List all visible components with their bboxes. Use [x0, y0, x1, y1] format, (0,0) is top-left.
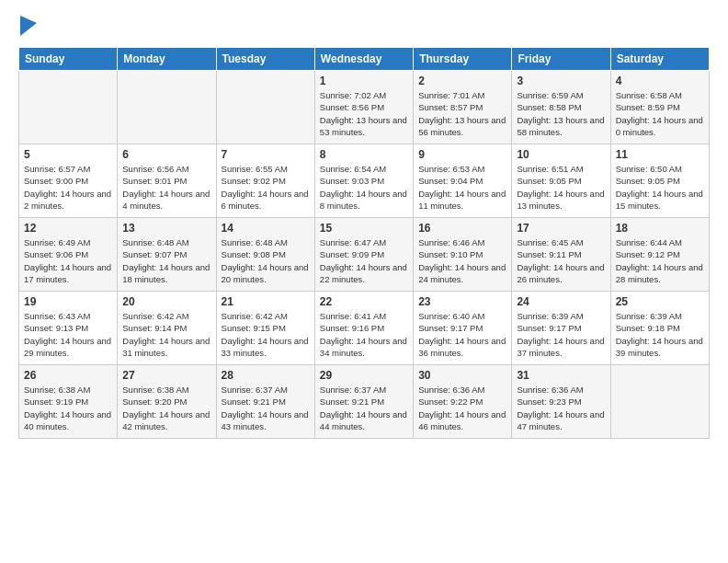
calendar-cell: 6Sunrise: 6:56 AMSunset: 9:01 PMDaylight… [118, 144, 216, 218]
calendar-cell [610, 365, 709, 439]
day-info: Sunrise: 6:57 AMSunset: 9:00 PMDaylight:… [24, 163, 112, 212]
calendar-cell: 24Sunrise: 6:39 AMSunset: 9:17 PMDayligh… [512, 292, 610, 365]
day-info: Sunrise: 6:42 AMSunset: 9:14 PMDaylight:… [122, 310, 210, 359]
day-info: Sunrise: 6:36 AMSunset: 9:22 PMDaylight:… [418, 384, 506, 432]
day-number: 11 [616, 148, 704, 161]
calendar-cell: 15Sunrise: 6:47 AMSunset: 9:09 PMDayligh… [314, 218, 413, 292]
day-info: Sunrise: 6:37 AMSunset: 9:21 PMDaylight:… [222, 384, 310, 432]
calendar-cell: 30Sunrise: 6:36 AMSunset: 9:22 PMDayligh… [414, 365, 512, 439]
day-info: Sunrise: 7:02 AMSunset: 8:56 PMDaylight:… [320, 89, 408, 138]
day-info: Sunrise: 6:50 AMSunset: 9:05 PMDaylight:… [616, 163, 704, 212]
day-info: Sunrise: 6:39 AMSunset: 9:18 PMDaylight:… [616, 310, 704, 359]
day-info: Sunrise: 6:56 AMSunset: 9:01 PMDaylight:… [122, 163, 210, 212]
day-number: 10 [517, 148, 605, 161]
day-info: Sunrise: 6:39 AMSunset: 9:17 PMDaylight:… [517, 310, 605, 359]
day-number: 21 [222, 295, 310, 308]
calendar-table: SundayMondayTuesdayWednesdayThursdayFrid… [18, 47, 710, 439]
day-number: 28 [222, 369, 310, 382]
day-info: Sunrise: 6:59 AMSunset: 8:58 PMDaylight:… [517, 89, 605, 138]
calendar-cell: 23Sunrise: 6:40 AMSunset: 9:17 PMDayligh… [414, 292, 512, 365]
day-info: Sunrise: 6:49 AMSunset: 9:06 PMDaylight:… [24, 236, 112, 285]
day-info: Sunrise: 6:54 AMSunset: 9:03 PMDaylight:… [320, 163, 408, 212]
calendar-cell: 18Sunrise: 6:44 AMSunset: 9:12 PMDayligh… [610, 218, 709, 292]
calendar-page: SundayMondayTuesdayWednesdayThursdayFrid… [0, 0, 728, 563]
calendar-row-2: 12Sunrise: 6:49 AMSunset: 9:06 PMDayligh… [19, 218, 710, 292]
calendar-cell [118, 71, 216, 144]
day-info: Sunrise: 6:48 AMSunset: 9:08 PMDaylight:… [222, 236, 310, 285]
calendar-row-1: 5Sunrise: 6:57 AMSunset: 9:00 PMDaylight… [19, 144, 710, 218]
day-info: Sunrise: 6:51 AMSunset: 9:05 PMDaylight:… [517, 163, 605, 212]
calendar-cell: 25Sunrise: 6:39 AMSunset: 9:18 PMDayligh… [610, 292, 709, 365]
day-number: 26 [24, 369, 112, 382]
weekday-header-sunday: Sunday [19, 48, 118, 71]
calendar-cell: 13Sunrise: 6:48 AMSunset: 9:07 PMDayligh… [118, 218, 216, 292]
day-number: 31 [517, 369, 605, 382]
weekday-header-saturday: Saturday [610, 48, 709, 71]
calendar-cell: 2Sunrise: 7:01 AMSunset: 8:57 PMDaylight… [414, 71, 512, 144]
day-info: Sunrise: 6:38 AMSunset: 9:20 PMDaylight:… [122, 384, 210, 432]
calendar-cell: 8Sunrise: 6:54 AMSunset: 9:03 PMDaylight… [314, 144, 413, 218]
calendar-cell [19, 71, 118, 144]
calendar-cell [216, 71, 314, 144]
day-number: 15 [320, 222, 408, 235]
day-info: Sunrise: 6:48 AMSunset: 9:07 PMDaylight:… [122, 236, 210, 285]
logo [18, 14, 37, 36]
calendar-cell: 19Sunrise: 6:43 AMSunset: 9:13 PMDayligh… [19, 292, 118, 365]
header [18, 14, 710, 36]
day-number: 9 [418, 148, 506, 161]
calendar-cell: 12Sunrise: 6:49 AMSunset: 9:06 PMDayligh… [19, 218, 118, 292]
weekday-header-friday: Friday [512, 48, 610, 71]
calendar-cell: 5Sunrise: 6:57 AMSunset: 9:00 PMDaylight… [19, 144, 118, 218]
calendar-cell: 21Sunrise: 6:42 AMSunset: 9:15 PMDayligh… [216, 292, 314, 365]
calendar-row-3: 19Sunrise: 6:43 AMSunset: 9:13 PMDayligh… [19, 292, 710, 365]
weekday-header-monday: Monday [118, 48, 216, 71]
calendar-cell: 28Sunrise: 6:37 AMSunset: 9:21 PMDayligh… [216, 365, 314, 439]
calendar-cell: 20Sunrise: 6:42 AMSunset: 9:14 PMDayligh… [118, 292, 216, 365]
calendar-cell: 9Sunrise: 6:53 AMSunset: 9:04 PMDaylight… [414, 144, 512, 218]
day-number: 1 [320, 75, 408, 87]
day-number: 2 [418, 75, 506, 87]
day-number: 23 [418, 295, 506, 308]
calendar-cell: 29Sunrise: 6:37 AMSunset: 9:21 PMDayligh… [314, 365, 413, 439]
calendar-cell: 31Sunrise: 6:36 AMSunset: 9:23 PMDayligh… [512, 365, 610, 439]
day-info: Sunrise: 6:40 AMSunset: 9:17 PMDaylight:… [418, 310, 506, 359]
day-info: Sunrise: 6:55 AMSunset: 9:02 PMDaylight:… [222, 163, 310, 212]
day-number: 13 [122, 222, 210, 235]
calendar-cell: 22Sunrise: 6:41 AMSunset: 9:16 PMDayligh… [314, 292, 413, 365]
calendar-cell: 27Sunrise: 6:38 AMSunset: 9:20 PMDayligh… [118, 365, 216, 439]
day-number: 14 [222, 222, 310, 235]
day-number: 16 [418, 222, 506, 235]
weekday-header-wednesday: Wednesday [314, 48, 413, 71]
day-number: 22 [320, 295, 408, 308]
calendar-cell: 7Sunrise: 6:55 AMSunset: 9:02 PMDaylight… [216, 144, 314, 218]
calendar-cell: 16Sunrise: 6:46 AMSunset: 9:10 PMDayligh… [414, 218, 512, 292]
day-info: Sunrise: 6:43 AMSunset: 9:13 PMDaylight:… [24, 310, 112, 359]
day-info: Sunrise: 6:44 AMSunset: 9:12 PMDaylight:… [616, 236, 704, 285]
day-info: Sunrise: 7:01 AMSunset: 8:57 PMDaylight:… [418, 89, 506, 138]
weekday-header-thursday: Thursday [414, 48, 512, 71]
day-info: Sunrise: 6:38 AMSunset: 9:19 PMDaylight:… [24, 384, 112, 432]
weekday-header-row: SundayMondayTuesdayWednesdayThursdayFrid… [19, 48, 710, 71]
day-number: 12 [24, 222, 112, 235]
day-number: 8 [320, 148, 408, 161]
day-number: 24 [517, 295, 605, 308]
day-number: 7 [222, 148, 310, 161]
day-number: 3 [517, 75, 605, 87]
calendar-cell: 17Sunrise: 6:45 AMSunset: 9:11 PMDayligh… [512, 218, 610, 292]
day-number: 25 [616, 295, 704, 308]
day-info: Sunrise: 6:37 AMSunset: 9:21 PMDaylight:… [320, 384, 408, 432]
weekday-header-tuesday: Tuesday [216, 48, 314, 71]
calendar-cell: 3Sunrise: 6:59 AMSunset: 8:58 PMDaylight… [512, 71, 610, 144]
day-info: Sunrise: 6:36 AMSunset: 9:23 PMDaylight:… [517, 384, 605, 432]
svg-marker-0 [20, 16, 37, 36]
calendar-cell: 1Sunrise: 7:02 AMSunset: 8:56 PMDaylight… [314, 71, 413, 144]
day-number: 5 [24, 148, 112, 161]
day-number: 18 [616, 222, 704, 235]
day-info: Sunrise: 6:58 AMSunset: 8:59 PMDaylight:… [616, 89, 704, 138]
calendar-cell: 10Sunrise: 6:51 AMSunset: 9:05 PMDayligh… [512, 144, 610, 218]
day-number: 27 [122, 369, 210, 382]
calendar-cell: 4Sunrise: 6:58 AMSunset: 8:59 PMDaylight… [610, 71, 709, 144]
day-info: Sunrise: 6:53 AMSunset: 9:04 PMDaylight:… [418, 163, 506, 212]
day-info: Sunrise: 6:46 AMSunset: 9:10 PMDaylight:… [418, 236, 506, 285]
calendar-row-0: 1Sunrise: 7:02 AMSunset: 8:56 PMDaylight… [19, 71, 710, 144]
